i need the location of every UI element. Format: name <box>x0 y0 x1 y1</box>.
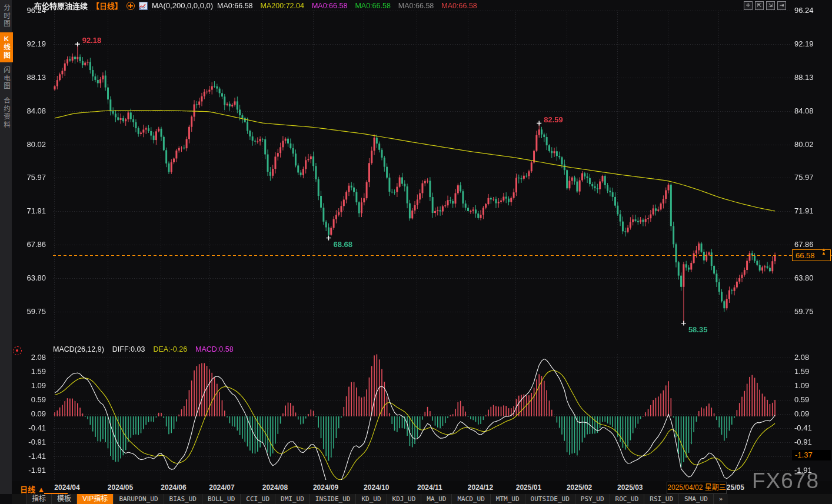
macd-tick-left: -0.41 <box>9 423 46 432</box>
sidebar-item-1[interactable]: K线图 <box>0 32 13 62</box>
ma-value-4: MA0:66.58 <box>398 2 434 10</box>
price-tick-left: 59.75 <box>9 307 46 316</box>
chart-canvas[interactable] <box>0 0 832 504</box>
macd-name[interactable]: MACD(26,12,9) <box>53 345 104 353</box>
price-annotation-68.68: 68.68 <box>333 240 352 249</box>
sidebar-item-2[interactable]: 闪电图 <box>0 64 13 94</box>
jump-latest-icon[interactable]: ⇥ <box>777 1 786 10</box>
ma-value-5: MA0:66.58 <box>441 2 477 10</box>
ma-settings[interactable]: MA(0,200,0,0,0,0) <box>152 1 213 10</box>
left-sidebar: 分时图K线图闪电图合约资料 <box>0 0 12 494</box>
macd-tick-right: 0.59 <box>794 395 831 404</box>
macd-tick-left: -1.41 <box>9 452 46 460</box>
toolbar-item-PSY_UD[interactable]: PSY_UD <box>575 494 610 504</box>
macd-tick-left: 1.59 <box>9 367 46 376</box>
x-label-2024/08: 2024/08 <box>254 483 295 492</box>
macd-tick-left: 0.59 <box>9 395 46 404</box>
x-label-2025/01: 2025/01 <box>508 483 549 492</box>
indicator-settings-icon[interactable] <box>13 346 22 355</box>
macd-macd-value: MACD:0.58 <box>195 345 234 353</box>
toolbar-item-OUTSIDE_UD[interactable]: OUTSIDE_UD <box>525 494 575 504</box>
x-label-2025/03: 2025/03 <box>610 483 651 492</box>
price-annotation-82.59: 82.59 <box>544 115 563 124</box>
sidebar-item-0[interactable]: 分时图 <box>0 1 13 31</box>
period-selector[interactable]: 日线 ▲ <box>20 483 45 495</box>
price-tick-left: 84.08 <box>9 106 46 115</box>
x-label-2024/07: 2024/07 <box>201 483 242 492</box>
x-label-2024/05: 2024/05 <box>100 483 141 492</box>
chart-type-icon[interactable] <box>139 2 148 10</box>
price-tick-right: 71.91 <box>794 206 831 215</box>
macd-tick-right: -0.91 <box>794 438 831 446</box>
x-label-2024/12: 2024/12 <box>460 483 501 492</box>
add-compare-icon[interactable] <box>127 2 135 10</box>
axis-shift-icon[interactable]: ⇲ <box>766 1 775 10</box>
price-tick-right: 59.75 <box>794 307 831 316</box>
toolbar-item-模板[interactable]: 模板 <box>51 494 76 504</box>
toolbar-item-KD_UD[interactable]: KD_UD <box>355 494 386 504</box>
price-tick-right: 75.97 <box>794 173 831 182</box>
toolbar-item-MA_UD[interactable]: MA_UD <box>421 494 451 504</box>
toolbar-item-KDJ_UD[interactable]: KDJ_UD <box>387 494 421 504</box>
indicator-toolbar: 指标模板VIP指标BARUPDN_UDBIAS_UDBOLL_UDCCI_UDD… <box>12 494 832 504</box>
macd-tick-left: -1.91 <box>9 466 46 475</box>
toolbar-item-»[interactable]: » <box>713 494 728 504</box>
x-label-2024/10: 2024/10 <box>356 483 397 492</box>
price-tick-right: 84.08 <box>794 106 831 115</box>
x-label-2024/09: 2024/09 <box>305 483 347 492</box>
chart-corner-tools: ✛⇱⇲⇥ <box>744 1 786 10</box>
macd-value-box: -1.37 <box>792 450 831 460</box>
ma-value-1: MA200:72.04 <box>261 2 304 10</box>
price-tick-left: 71.91 <box>9 206 46 215</box>
price-annotation-92.18: 92.18 <box>82 36 102 45</box>
price-tick-right: 92.19 <box>794 39 831 48</box>
symbol-title: 布伦特原油连续 <box>34 0 88 11</box>
price-tick-right: 88.13 <box>794 73 831 82</box>
watermark: FX678 <box>752 469 819 493</box>
toolbar-item-CCI_UD[interactable]: CCI_UD <box>240 494 275 504</box>
date-axis[interactable]: 日线 ▲ 2025/04/02 星期三 2024/042024/052024/0… <box>12 481 832 494</box>
price-tick-right: 63.80 <box>794 273 831 282</box>
x-label-2024/06: 2024/06 <box>153 483 194 492</box>
axis-scale-icon[interactable]: ⇱ <box>755 1 764 10</box>
ma-value-list: MA0:66.58MA200:72.04MA0:66.58MA0:66.58MA… <box>217 2 477 10</box>
toolbar-item-ROC_UD[interactable]: ROC_UD <box>610 494 644 504</box>
toolbar-item-BIAS_UD[interactable]: BIAS_UD <box>164 494 202 504</box>
x-label-2024/04: 2024/04 <box>46 483 88 492</box>
trading-terminal: 分时图K线图闪电图合约资料 布伦特原油连续 【日线】 MA(0,200,0,0,… <box>0 0 832 504</box>
toolbar-item-VIP指标[interactable]: VIP指标 <box>76 494 113 504</box>
chart-header: 布伦特原油连续 【日线】 MA(0,200,0,0,0,0) MA0:66.58… <box>34 1 477 11</box>
macd-tick-right: 1.59 <box>794 367 831 376</box>
price-tick-right: 80.02 <box>794 140 831 149</box>
crosshair-date-tooltip: 2025/04/02 星期三 <box>667 482 727 494</box>
toolbar-item-BARUPDN_UD[interactable]: BARUPDN_UD <box>113 494 163 504</box>
toolbar-item-MTM_UD[interactable]: MTM_UD <box>490 494 525 504</box>
macd-tick-right: 2.08 <box>794 353 831 362</box>
macd-tick-left: 1.09 <box>9 381 46 390</box>
toolbar-item-BOLL_UD[interactable]: BOLL_UD <box>202 494 240 504</box>
price-tick-left: 75.97 <box>9 173 46 182</box>
toolbar-item-INSIDE_UD[interactable]: INSIDE_UD <box>309 494 356 504</box>
price-tick-left: 88.13 <box>9 73 46 82</box>
toolbar-item-DMI_UD[interactable]: DMI_UD <box>275 494 309 504</box>
macd-tick-left: 0.09 <box>9 409 46 418</box>
period-tag[interactable]: 【日线】 <box>92 0 122 11</box>
macd-tick-left: -0.91 <box>9 438 46 446</box>
price-up-arrow-icon: ▲▲ <box>821 248 826 255</box>
toolbar-item-指标[interactable]: 指标 <box>26 494 51 504</box>
price-annotation-58.35: 58.35 <box>688 325 708 334</box>
x-label-2024/11: 2024/11 <box>409 483 450 492</box>
price-tick-left: 80.02 <box>9 140 46 149</box>
price-tick-right: 96.24 <box>794 6 831 15</box>
x-label-2025/02: 2025/02 <box>559 483 600 492</box>
ma-value-3: MA0:66.58 <box>355 2 390 10</box>
toolbar-item-MACD_UD[interactable]: MACD_UD <box>451 494 490 504</box>
price-tick-left: 92.19 <box>9 39 46 48</box>
toolbar-item-SMA_UD[interactable]: SMA_UD <box>678 494 713 504</box>
macd-header: MACD(26,12,9) DIFF:0.03 DEA:-0.26 MACD:0… <box>53 345 234 353</box>
ma-value-0: MA0:66.58 <box>217 2 252 10</box>
sidebar-item-3[interactable]: 合约资料 <box>0 94 13 132</box>
move-icon[interactable]: ✛ <box>744 1 753 10</box>
toolbar-item-RSI_UD[interactable]: RSI_UD <box>644 494 678 504</box>
price-tick-left: 63.80 <box>9 273 46 282</box>
